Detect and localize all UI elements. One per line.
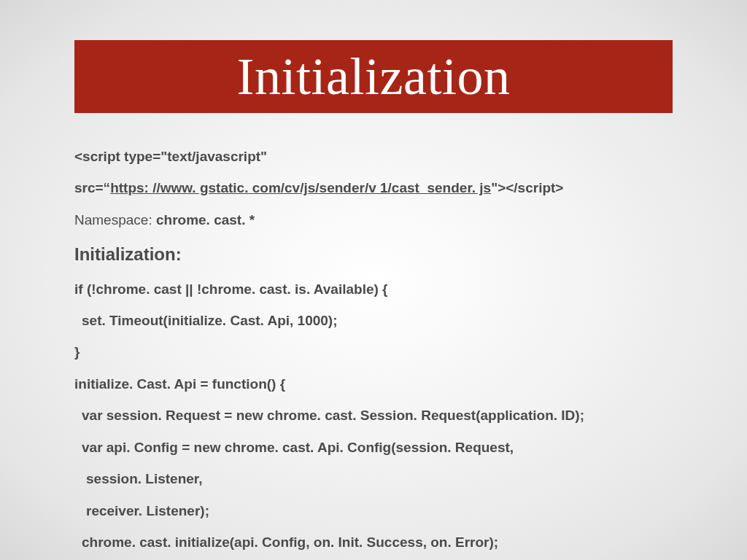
code-line-5: set. Timeout(initialize. Cast. Api, 1000… bbox=[74, 310, 673, 331]
code-line-9: var api. Config = new chrome. cast. Api.… bbox=[74, 437, 673, 458]
code-line-2: src=“https: //www. gstatic. com/cv/js/se… bbox=[74, 177, 673, 198]
title-bar: Initialization bbox=[74, 40, 673, 113]
code-line-7: initialize. Cast. Api = function() { bbox=[74, 373, 673, 394]
slide: Initialization <script type="text/javasc… bbox=[0, 0, 747, 560]
namespace-label: Namespace: bbox=[74, 212, 156, 228]
code-text: "></script> bbox=[491, 180, 563, 195]
code-line-8: var session. Request = new chrome. cast.… bbox=[74, 405, 673, 426]
slide-title: Initialization bbox=[237, 47, 511, 107]
code-text: src=“ bbox=[74, 180, 110, 195]
code-line-10: session. Listener, bbox=[74, 468, 673, 489]
initialization-subhead: Initialization: bbox=[74, 241, 673, 268]
code-line-6: } bbox=[74, 341, 673, 362]
code-line-12: chrome. cast. initialize(api. Config, on… bbox=[74, 532, 673, 553]
code-line-4: if (!chrome. cast || !chrome. cast. is. … bbox=[74, 279, 673, 300]
script-src-link[interactable]: https: //www. gstatic. com/cv/js/sender/… bbox=[110, 180, 491, 195]
namespace-value: chrome. cast. * bbox=[156, 212, 255, 228]
slide-content: <script type="text/javascript" src=“http… bbox=[74, 146, 673, 560]
namespace-line: Namespace: chrome. cast. * bbox=[74, 209, 673, 230]
code-line-1: <script type="text/javascript" bbox=[74, 146, 673, 167]
code-line-11: receiver. Listener); bbox=[74, 500, 673, 521]
